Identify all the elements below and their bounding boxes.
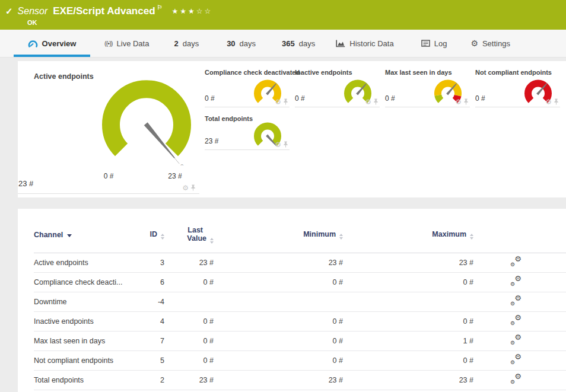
gauge-tile-max-last-seen: Max last seen in days 0 # ⚙: [385, 61, 470, 107]
tab-settings[interactable]: ⚙ Settings: [470, 30, 510, 57]
maximum-value: 0 #: [343, 272, 473, 292]
tab-365-days[interactable]: 365 days: [282, 30, 315, 57]
sort-icon: [470, 234, 473, 240]
gauge-title: Compliance check deactivated: [205, 69, 300, 76]
tab-label: Log: [434, 39, 447, 48]
svg-text:x̄: x̄: [180, 163, 183, 165]
maximum-value: [343, 292, 473, 311]
sort-active-icon: [67, 234, 72, 237]
tab-label: Live Data: [117, 39, 150, 48]
gauge-tile-compliance-check-deactivated: Compliance check deactivated 0 # ⚙: [205, 61, 290, 107]
gauge-scale-max: 23 #: [157, 172, 193, 180]
sort-icon: [339, 234, 343, 240]
priority-stars[interactable]: ★★★☆☆: [172, 7, 213, 15]
pin-icon[interactable]: [283, 141, 288, 148]
pin-icon[interactable]: [190, 184, 196, 191]
gauge-current-value: 0 #: [475, 94, 485, 103]
historic-chart-icon: [336, 40, 345, 47]
channel-id: 7: [129, 331, 164, 350]
gauge-tile-total-endpoints: Total endpoints 23 # ⚙: [205, 107, 290, 150]
column-header-id[interactable]: ID: [129, 209, 164, 253]
tab-label: days: [240, 39, 256, 48]
gauge-current-value: 23 #: [18, 179, 33, 188]
channel-name: Downtime: [34, 292, 129, 311]
sensor-header: ✓ Sensor EXE/Script Advanced⚐ ★★★☆☆ OK: [0, 0, 566, 30]
pin-icon[interactable]: [554, 98, 559, 105]
channel-settings-icon[interactable]: ⚙⚙: [510, 355, 522, 364]
tab-overview[interactable]: Overview: [14, 30, 90, 57]
maximum-value: 1 #: [343, 331, 473, 350]
gauge-tile-active-endpoints: Active endpoints x̄ 0 # 23 # 23 # ⚙: [18, 61, 199, 194]
channel-name: Not compliant endpoints: [34, 350, 129, 370]
gauge-tile-not-compliant: Not compliant endpoints 0 # ⚙: [475, 61, 560, 107]
tab-bar: Overview ((•)) Live Data 2 days 30 days …: [0, 30, 566, 58]
log-list-icon: [421, 40, 430, 47]
column-header-maximum[interactable]: Maximum: [343, 209, 473, 253]
gear-icon[interactable]: ⚙: [365, 99, 371, 105]
channel-settings-icon[interactable]: ⚙⚙: [510, 315, 522, 325]
gauge-icon: [28, 39, 38, 48]
channel-settings-icon[interactable]: ⚙⚙: [510, 335, 522, 345]
column-header-channel[interactable]: Channel: [34, 209, 129, 253]
channel-settings-icon[interactable]: ⚙⚙: [510, 276, 522, 286]
tab-historic-data[interactable]: Historic Data: [336, 30, 393, 57]
pin-icon[interactable]: [373, 98, 379, 105]
tab-number: 2: [174, 39, 178, 48]
channel-id: 2: [129, 370, 164, 390]
maximum-value: 0 #: [343, 311, 473, 331]
gear-icon: ⚙: [470, 39, 478, 48]
gauge-current-value: 0 #: [385, 94, 395, 103]
gauge-current-value: 23 #: [205, 137, 218, 145]
gauge-current-value: 0 #: [295, 94, 305, 103]
channel-name: Inactive endpoints: [34, 311, 129, 331]
channel-settings-icon[interactable]: ⚙⚙: [510, 374, 522, 384]
tab-number: 365: [282, 39, 295, 48]
column-header-minimum[interactable]: Minimum: [214, 209, 343, 253]
channel-id: 5: [129, 350, 164, 370]
gauge-tile-inactive-endpoints: Inactive endpoints 0 # ⚙: [295, 61, 380, 107]
sort-icon: [210, 238, 214, 244]
last-value: 23 #: [164, 253, 214, 272]
status-badge: OK: [27, 19, 566, 26]
tab-2-days[interactable]: 2 days: [174, 30, 199, 57]
channel-name: Compliance check deacti...: [34, 272, 129, 292]
minimum-value: 0 #: [214, 311, 343, 331]
gear-icon[interactable]: ⚙: [455, 99, 462, 105]
gear-icon[interactable]: ⚙: [545, 99, 552, 105]
gear-icon[interactable]: ⚙: [275, 142, 281, 148]
tab-live-data[interactable]: ((•)) Live Data: [104, 30, 149, 57]
gauge-current-value: 0 #: [205, 94, 215, 103]
gear-icon[interactable]: ⚙: [275, 99, 281, 105]
channel-settings-icon[interactable]: ⚙⚙: [510, 257, 522, 266]
channel-settings-icon[interactable]: ⚙⚙: [510, 296, 522, 305]
sensor-title: EXE/Script Advanced⚐: [53, 4, 162, 17]
last-value: 0 #: [164, 350, 214, 370]
gauge-title: Max last seen in days: [385, 69, 452, 76]
gear-icon[interactable]: ⚙: [182, 185, 189, 191]
flag-icon[interactable]: ⚐: [157, 4, 163, 11]
last-value: 23 #: [164, 370, 214, 390]
gauges-panel: Active endpoints x̄ 0 # 23 # 23 # ⚙ Comp…: [18, 61, 566, 197]
tab-label: days: [299, 39, 315, 48]
table-row: Active endpoints 3 23 # 23 # 23 # ⚙⚙: [34, 253, 566, 272]
table-row: Compliance check deacti... 6 0 # 0 # 0 #…: [34, 272, 566, 292]
tab-log[interactable]: Log: [421, 30, 447, 57]
pin-icon[interactable]: [463, 98, 469, 105]
tab-label: Overview: [42, 39, 77, 48]
column-header-last-value[interactable]: Last Value: [164, 209, 214, 253]
pin-icon[interactable]: [283, 98, 288, 105]
channel-id: 6: [129, 272, 164, 292]
small-gauges-grid: Compliance check deactivated 0 # ⚙ Inact…: [199, 61, 566, 197]
last-value: 0 #: [164, 331, 214, 350]
maximum-value: 23 #: [343, 370, 473, 390]
minimum-value: 23 #: [214, 370, 343, 390]
status-ok-check-icon: ✓: [5, 6, 13, 17]
minimum-value: [214, 292, 343, 311]
channels-panel: Channel ID Last Value Minimum Maximum Ac…: [18, 209, 566, 392]
last-value: 0 #: [164, 311, 214, 331]
object-kind-label: Sensor: [18, 6, 48, 17]
gauge-title: Active endpoints: [34, 72, 94, 81]
minimum-value: 0 #: [214, 331, 343, 350]
tab-30-days[interactable]: 30 days: [227, 30, 256, 57]
table-header-row: Channel ID Last Value Minimum Maximum: [34, 209, 566, 253]
